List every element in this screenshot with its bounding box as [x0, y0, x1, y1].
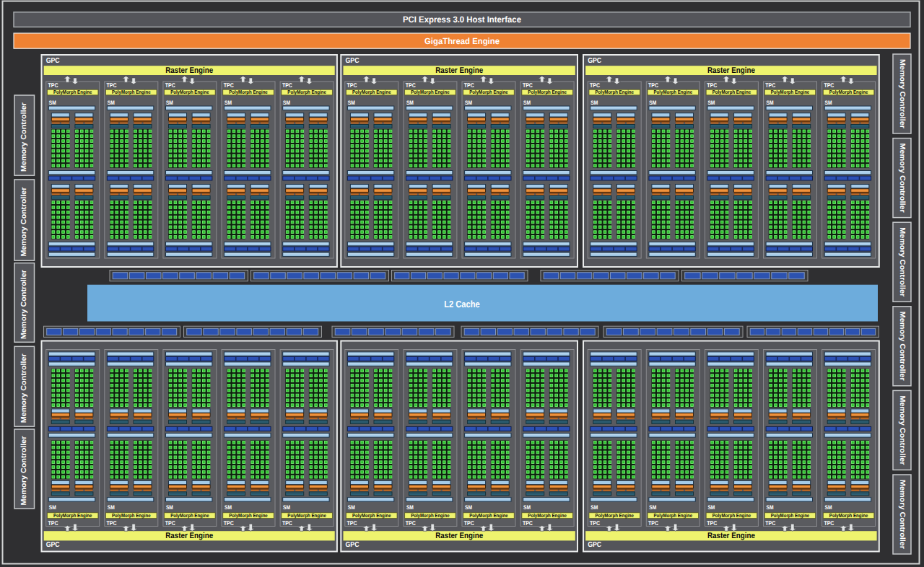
svg-text:PolyMorph Engine: PolyMorph Engine — [528, 512, 567, 519]
svg-text:Raster Engine: Raster Engine — [165, 66, 213, 75]
svg-text:PolyMorph Engine: PolyMorph Engine — [229, 512, 268, 519]
svg-text:GPC: GPC — [346, 541, 359, 549]
svg-text:TPC: TPC — [464, 82, 474, 89]
svg-text:TPC: TPC — [224, 519, 234, 527]
svg-text:PolyMorph Engine: PolyMorph Engine — [829, 89, 868, 95]
svg-text:Memory Controller: Memory Controller — [898, 227, 906, 296]
svg-text:GigaThread Engine: GigaThread Engine — [424, 36, 500, 46]
svg-text:PolyMorph Engine: PolyMorph Engine — [170, 89, 209, 95]
svg-text:Memory Controller: Memory Controller — [898, 395, 906, 465]
svg-text:Memory Controller: Memory Controller — [20, 270, 28, 339]
svg-text:TPC: TPC — [107, 519, 117, 527]
svg-text:PolyMorph Engine: PolyMorph Engine — [469, 512, 508, 519]
svg-text:TPC: TPC — [48, 82, 58, 89]
svg-text:PolyMorph Engine: PolyMorph Engine — [771, 89, 810, 95]
svg-text:PolyMorph Engine: PolyMorph Engine — [771, 512, 810, 519]
svg-text:PolyMorph Engine: PolyMorph Engine — [528, 89, 567, 95]
svg-text:SM: SM — [465, 100, 472, 106]
svg-text:Memory Controller: Memory Controller — [898, 59, 906, 128]
svg-text:SM: SM — [590, 100, 598, 106]
svg-text:TPC: TPC — [824, 82, 834, 89]
svg-text:Raster Engine: Raster Engine — [165, 532, 213, 540]
svg-text:SM: SM — [348, 504, 355, 511]
svg-text:TPC: TPC — [347, 519, 357, 527]
svg-text:PolyMorph Engine: PolyMorph Engine — [170, 512, 209, 519]
svg-text:PolyMorph Engine: PolyMorph Engine — [287, 89, 326, 95]
svg-text:GPC: GPC — [46, 57, 60, 65]
svg-text:PolyMorph Engine: PolyMorph Engine — [595, 512, 634, 519]
svg-text:Raster Engine: Raster Engine — [435, 66, 483, 75]
svg-text:PolyMorph Engine: PolyMorph Engine — [229, 89, 268, 95]
svg-text:SM: SM — [348, 100, 355, 106]
svg-text:PolyMorph Engine: PolyMorph Engine — [53, 512, 92, 519]
svg-text:L2 Cache: L2 Cache — [444, 299, 480, 309]
svg-text:TPC: TPC — [765, 519, 775, 527]
svg-text:Memory Controller: Memory Controller — [20, 102, 28, 172]
svg-text:PolyMorph Engine: PolyMorph Engine — [654, 89, 693, 95]
svg-text:GPC: GPC — [46, 541, 60, 549]
svg-text:PolyMorph Engine: PolyMorph Engine — [411, 512, 450, 519]
svg-text:SM: SM — [283, 100, 290, 106]
svg-text:TPC: TPC — [406, 82, 416, 89]
svg-text:SM: SM — [707, 504, 715, 511]
svg-text:SM: SM — [49, 504, 56, 511]
svg-text:PolyMorph Engine: PolyMorph Engine — [469, 89, 508, 95]
svg-text:SM: SM — [108, 100, 115, 106]
svg-text:Memory Controller: Memory Controller — [20, 353, 28, 423]
svg-text:SM: SM — [225, 100, 232, 106]
svg-text:SM: SM — [523, 100, 531, 106]
svg-text:SM: SM — [283, 504, 290, 511]
svg-text:TPC: TPC — [707, 519, 717, 527]
svg-text:Memory Controller: Memory Controller — [20, 436, 28, 505]
svg-text:SM: SM — [465, 504, 472, 511]
svg-text:PolyMorph Engine: PolyMorph Engine — [829, 512, 868, 519]
svg-text:TPC: TPC — [590, 82, 600, 89]
svg-text:TPC: TPC — [590, 519, 600, 527]
svg-text:TPC: TPC — [707, 82, 717, 89]
svg-text:SM: SM — [108, 504, 115, 511]
svg-text:TPC: TPC — [165, 82, 175, 89]
svg-text:SM: SM — [406, 100, 414, 106]
svg-text:TPC: TPC — [282, 82, 292, 89]
svg-text:TPC: TPC — [824, 519, 834, 527]
svg-text:GPC: GPC — [588, 541, 601, 549]
svg-text:Raster Engine: Raster Engine — [707, 532, 755, 540]
svg-text:TPC: TPC — [523, 82, 533, 89]
svg-text:SM: SM — [649, 504, 656, 511]
svg-text:PolyMorph Engine: PolyMorph Engine — [53, 89, 92, 95]
svg-text:PolyMorph Engine: PolyMorph Engine — [411, 89, 450, 95]
svg-text:TPC: TPC — [464, 519, 474, 527]
svg-text:TPC: TPC — [224, 82, 234, 89]
svg-text:TPC: TPC — [282, 519, 292, 527]
svg-text:PolyMorph Engine: PolyMorph Engine — [352, 512, 391, 519]
svg-text:PCI Express 3.0 Host Interface: PCI Express 3.0 Host Interface — [403, 14, 521, 25]
svg-text:Memory Controller: Memory Controller — [898, 480, 906, 549]
svg-text:SM: SM — [590, 504, 598, 511]
svg-text:Memory Controller: Memory Controller — [898, 144, 906, 213]
svg-text:PolyMorph Engine: PolyMorph Engine — [712, 512, 751, 519]
svg-text:GPC: GPC — [346, 57, 359, 65]
svg-text:SM: SM — [825, 100, 832, 106]
svg-text:PolyMorph Engine: PolyMorph Engine — [352, 89, 391, 95]
svg-text:Memory Controller: Memory Controller — [20, 188, 28, 257]
svg-text:PolyMorph Engine: PolyMorph Engine — [287, 512, 326, 519]
svg-text:TPC: TPC — [347, 82, 357, 89]
svg-text:Raster Engine: Raster Engine — [435, 532, 483, 540]
svg-text:SM: SM — [767, 504, 774, 511]
svg-text:SM: SM — [767, 100, 774, 106]
svg-text:PolyMorph Engine: PolyMorph Engine — [112, 89, 151, 95]
svg-text:SM: SM — [49, 100, 56, 106]
svg-text:Memory Controller: Memory Controller — [898, 312, 906, 381]
svg-text:TPC: TPC — [523, 519, 533, 527]
svg-text:PolyMorph Engine: PolyMorph Engine — [112, 512, 151, 519]
svg-text:TPC: TPC — [406, 519, 416, 527]
svg-text:Raster Engine: Raster Engine — [707, 66, 755, 75]
svg-text:SM: SM — [825, 504, 832, 511]
svg-text:SM: SM — [406, 504, 414, 511]
svg-text:TPC: TPC — [165, 519, 175, 527]
svg-text:TPC: TPC — [48, 519, 58, 527]
svg-text:TPC: TPC — [648, 82, 658, 89]
svg-text:PolyMorph Engine: PolyMorph Engine — [712, 89, 751, 95]
svg-text:PolyMorph Engine: PolyMorph Engine — [595, 89, 634, 95]
svg-text:TPC: TPC — [765, 82, 775, 89]
